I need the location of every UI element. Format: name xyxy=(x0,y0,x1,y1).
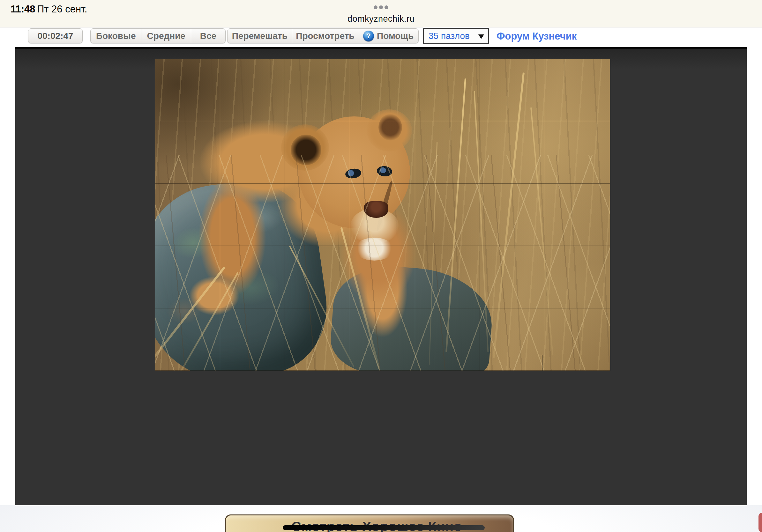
timer-display: 00:02:47 xyxy=(28,29,83,43)
filter-all-pieces-button[interactable]: Все xyxy=(191,29,225,43)
filter-middle-pieces-button[interactable]: Средние xyxy=(141,29,191,43)
preview-button[interactable]: Просмотреть xyxy=(292,29,358,43)
action-button-group: Перемешать Просмотреть ? Помощь xyxy=(227,29,419,43)
status-bar: 11:48 Пт 26 сент. domkyznechik.ru VPN 91 xyxy=(0,0,762,27)
tab-options-icon[interactable] xyxy=(374,5,388,9)
filter-edge-pieces-button[interactable]: Боковые xyxy=(91,29,141,43)
address-bar-area[interactable]: domkyznechik.ru xyxy=(314,0,448,27)
forum-link[interactable]: Форум Кузнечик xyxy=(496,31,576,42)
puzzle-piece-grid[interactable] xyxy=(155,59,610,370)
help-icon: ? xyxy=(363,31,374,41)
puzzle-count-value: 35 пазлов xyxy=(428,31,470,41)
address-bar[interactable]: domkyznechik.ru xyxy=(314,14,448,24)
puzzle-piece-seam xyxy=(538,355,545,355)
clock: 11:48 xyxy=(11,4,36,15)
piece-filter-group: Боковые Средние Все xyxy=(90,29,226,43)
puzzle-piece-seam xyxy=(542,355,543,370)
puzzle-toolbar: 00:02:47 Боковые Средние Все Перемешать … xyxy=(0,27,762,48)
shuffle-button[interactable]: Перемешать xyxy=(228,29,292,43)
chevron-down-icon xyxy=(478,34,484,39)
help-button[interactable]: ? Помощь xyxy=(358,29,418,43)
puzzle-count-select[interactable]: 35 пазлов xyxy=(423,28,489,44)
puzzle-board[interactable] xyxy=(15,47,747,505)
help-button-label: Помощь xyxy=(377,31,414,41)
side-pull-tab[interactable] xyxy=(758,513,762,532)
ad-banner[interactable]: Смотреть Хорошее Кино xyxy=(225,514,514,532)
ipad-safari-screen: 11:48 Пт 26 сент. domkyznechik.ru VPN 91 xyxy=(0,0,762,532)
page-footer: Смотреть Хорошее Кино xyxy=(0,505,762,532)
strikethrough-bar xyxy=(283,525,485,530)
status-date: Пт 26 сент. xyxy=(37,4,87,15)
assembled-puzzle-image[interactable] xyxy=(155,59,610,370)
